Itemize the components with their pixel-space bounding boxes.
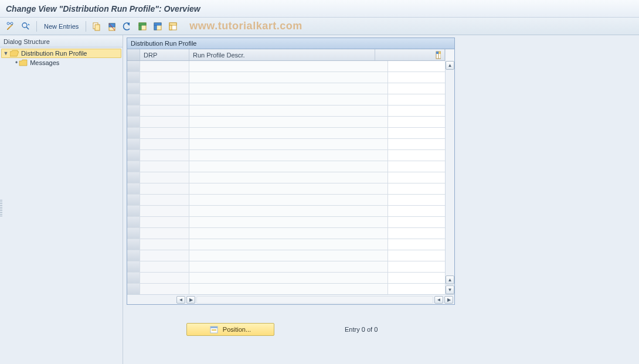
table-row[interactable]	[127, 117, 445, 128]
sidebar-header: Dialog Structure	[0, 36, 123, 47]
closed-folder-icon	[19, 59, 28, 66]
table-row[interactable]	[127, 128, 445, 139]
hscroll-track[interactable]	[196, 296, 433, 304]
main-content: Distribution Run Profile DRP Run Profile…	[123, 35, 639, 364]
table-row[interactable]	[127, 250, 445, 261]
copy-icon	[92, 22, 101, 31]
table-row[interactable]	[127, 94, 445, 106]
svg-rect-23	[436, 52, 439, 54]
application-toolbar: New Entries	[0, 18, 639, 35]
table-row[interactable]	[127, 61, 445, 72]
table-header: DRP Run Profile Descr.	[127, 49, 445, 61]
toolbar-separator	[36, 21, 37, 32]
svg-line-4	[26, 27, 29, 29]
delete-button[interactable]	[106, 21, 118, 32]
bullet-icon: •	[15, 59, 18, 66]
position-button[interactable]: Position...	[186, 323, 274, 336]
column-header-drp[interactable]: DRP	[140, 49, 189, 60]
scroll-track[interactable]	[446, 70, 454, 275]
svg-point-3	[22, 23, 27, 28]
table-row[interactable]	[127, 284, 445, 294]
scroll-up-button[interactable]: ▲	[446, 61, 454, 70]
table-row[interactable]	[127, 106, 445, 117]
scroll-page-up-button[interactable]: ▲	[446, 275, 454, 284]
table-row[interactable]	[127, 228, 445, 239]
tree-node-label: Messages	[29, 59, 59, 66]
other-view-button[interactable]	[20, 21, 32, 32]
page-title: Change View "Distribution Run Profile": …	[6, 4, 200, 13]
table-row[interactable]	[127, 72, 445, 83]
select-block-icon	[153, 22, 162, 31]
table-row[interactable]	[127, 172, 445, 183]
open-folder-icon	[10, 50, 19, 57]
svg-rect-15	[154, 25, 157, 30]
delete-icon	[107, 22, 117, 31]
position-icon	[210, 325, 218, 334]
tree-node-distribution-run-profile[interactable]: ▼ Distribution Run Profile	[1, 49, 121, 58]
scroll-page-down-button[interactable]: ▼	[446, 285, 454, 294]
splitter-handle[interactable]	[0, 200, 2, 217]
column-header-descr[interactable]: Run Profile Descr.	[189, 49, 375, 60]
table-row[interactable]	[127, 150, 445, 161]
toolbar-separator	[86, 21, 86, 32]
scroll-right-button[interactable]: ▶	[444, 296, 453, 304]
table-row[interactable]	[127, 195, 445, 206]
find-icon	[21, 22, 30, 31]
deselect-all-button[interactable]	[167, 21, 179, 32]
svg-rect-26	[212, 329, 216, 331]
select-all-button[interactable]	[137, 21, 148, 32]
svg-rect-17	[169, 23, 176, 25]
table-row[interactable]	[127, 183, 445, 195]
svg-point-0	[7, 22, 9, 25]
table-row[interactable]	[127, 273, 445, 284]
table-row[interactable]	[127, 161, 445, 172]
title-bar: Change View "Distribution Run Profile": …	[0, 0, 639, 18]
table-row[interactable]	[127, 206, 445, 217]
svg-rect-14	[154, 23, 161, 25]
svg-rect-11	[139, 23, 146, 25]
collapse-icon[interactable]: ▼	[3, 50, 9, 56]
copy-as-button[interactable]	[91, 21, 103, 32]
scroll-page-right-button[interactable]: ◄	[434, 296, 443, 304]
table-row[interactable]	[127, 83, 445, 94]
undo-icon	[123, 22, 132, 31]
toggle-display-change-button[interactable]	[5, 21, 16, 32]
distribution-run-profile-table: DRP Run Profile Descr.	[127, 49, 445, 294]
column-header-spacer	[375, 49, 432, 60]
svg-rect-12	[139, 25, 141, 30]
dialog-structure-pane: Dialog Structure ▼ Distribution Run Prof…	[0, 35, 123, 364]
configure-columns-button[interactable]	[432, 49, 445, 60]
entry-count-label: Entry 0 of 0	[345, 326, 378, 333]
select-block-button[interactable]	[152, 21, 164, 32]
tree-node-label: Distribution Run Profile	[20, 50, 87, 57]
svg-point-1	[11, 22, 13, 25]
table-row[interactable]	[127, 261, 445, 273]
svg-rect-18	[169, 25, 172, 30]
position-button-label: Position...	[223, 326, 251, 333]
undo-button[interactable]	[121, 21, 133, 32]
table-row[interactable]	[127, 139, 445, 150]
table-row[interactable]	[127, 239, 445, 250]
table-settings-icon	[436, 51, 441, 59]
vertical-scrollbar: ▲ ▲ ▼	[445, 49, 454, 294]
distribution-run-profile-panel: Distribution Run Profile DRP Run Profile…	[127, 38, 455, 305]
horizontal-scrollbar: ◄ ▶ ◄ ▶	[127, 294, 454, 304]
scroll-left-button[interactable]: ◄	[176, 296, 185, 304]
dialog-structure-tree: ▼ Distribution Run Profile • Messages	[0, 47, 123, 69]
row-selector-header[interactable]	[127, 49, 140, 60]
deselect-all-icon	[168, 22, 178, 31]
workspace: Dialog Structure ▼ Distribution Run Prof…	[0, 35, 639, 364]
footer-bar: Position... Entry 0 of 0	[127, 318, 639, 341]
pencil-glasses-icon	[6, 22, 15, 31]
watermark-text: www.tutorialkart.com	[189, 20, 302, 32]
panel-title: Distribution Run Profile	[127, 38, 454, 49]
scroll-page-left-button[interactable]: ▶	[186, 296, 195, 304]
svg-rect-8	[109, 23, 115, 27]
tree-node-messages[interactable]: • Messages	[1, 58, 121, 67]
new-entries-button[interactable]: New Entries	[42, 21, 81, 32]
svg-rect-25	[210, 326, 217, 328]
table-row[interactable]	[127, 217, 445, 228]
table-body[interactable]	[127, 61, 445, 294]
svg-rect-6	[95, 25, 100, 30]
select-all-icon	[138, 22, 147, 31]
